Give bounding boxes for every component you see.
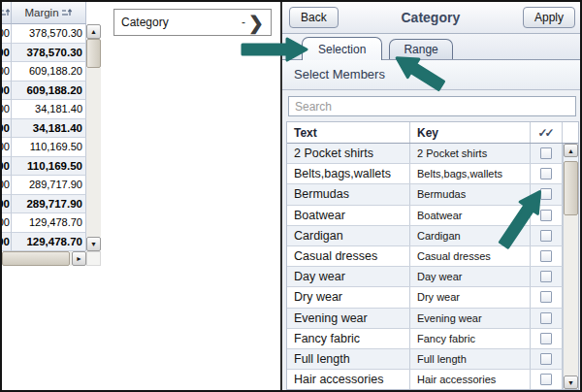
member-row[interactable]: Belts,bags,walletsBelts,bags,wallets: [287, 164, 578, 184]
table-row-subtotal: 00378,570.30: [2, 44, 86, 63]
apply-button[interactable]: Apply: [523, 7, 575, 28]
search-input[interactable]: [288, 96, 576, 116]
annotation-arrow-selection-tab: [241, 37, 308, 62]
member-checkbox[interactable]: [540, 168, 552, 180]
member-row[interactable]: 2 Pocket shirts2 Pocket shirts: [287, 144, 578, 164]
table-row: 00129,478.70: [2, 213, 86, 233]
select-all-icon[interactable]: ✓✓: [537, 126, 554, 140]
member-text: Dry wear: [287, 287, 410, 307]
member-text: Evening wear: [287, 309, 410, 328]
member-text: Day wear: [287, 267, 410, 286]
chip-label: Category: [121, 16, 169, 29]
margin-cell: 609,188.20: [12, 82, 86, 101]
margin-data-table: Margin 00378,570.30 00378,570.30 00609,1…: [2, 2, 86, 251]
key-column-header: Key: [410, 122, 531, 143]
clipped-cell: 00: [2, 195, 12, 214]
member-checkbox[interactable]: [540, 271, 552, 282]
member-row[interactable]: Day wearDay wear: [287, 267, 578, 287]
member-text: Belts,bags,wallets: [287, 164, 410, 183]
dash-icon: -: [242, 16, 245, 29]
scrollbar-track[interactable]: [564, 215, 578, 376]
scroll-right-icon[interactable]: ►: [72, 251, 86, 266]
table-row: 00110,169.50: [2, 138, 86, 157]
margin-cell: 289,717.90: [12, 195, 86, 214]
clipped-cell: 00: [2, 176, 12, 195]
table-row: 00609,188.20: [2, 62, 86, 82]
checkbox-cell: [531, 226, 563, 245]
member-checkbox[interactable]: [540, 230, 552, 242]
member-checkbox[interactable]: [540, 374, 552, 385]
checkbox-cell: [531, 370, 563, 389]
tab-selection[interactable]: Selection: [302, 37, 382, 60]
horizontal-scrollbar[interactable]: ►: [2, 251, 86, 266]
scroll-down-icon[interactable]: ▼: [564, 376, 578, 389]
checkbox-cell: [531, 164, 563, 183]
screenshot-root: Margin 00378,570.30 00378,570.30 00609,1…: [0, 0, 582, 392]
clipped-cell: 00: [2, 213, 12, 233]
margin-cell: 378,570.30: [12, 44, 86, 63]
member-checkbox[interactable]: [540, 250, 552, 262]
clipped-cell: 00: [2, 138, 12, 157]
scrollbar-thumb[interactable]: [2, 251, 70, 266]
scrollbar-track[interactable]: [86, 68, 101, 237]
member-row[interactable]: Evening wearEvening wear: [287, 309, 578, 329]
vertical-scrollbar[interactable]: ▲ ▼: [86, 24, 101, 251]
member-checkbox[interactable]: [540, 210, 552, 221]
margin-column-header[interactable]: Margin: [12, 2, 86, 24]
category-filter-chip[interactable]: Category - ❯: [113, 9, 272, 36]
chevron-right-icon[interactable]: ❯: [248, 14, 264, 32]
sort-icon: [62, 8, 73, 17]
scroll-down-icon[interactable]: ▼: [86, 237, 101, 251]
margin-cell: 289,717.90: [12, 176, 86, 195]
member-row[interactable]: Full lengthFull length: [287, 349, 578, 370]
member-key: Hair accessories: [410, 370, 531, 389]
sort-icon: [2, 8, 11, 17]
margin-cell: 34,181.40: [12, 100, 86, 119]
member-checkbox[interactable]: [540, 312, 552, 324]
clipped-cell: 00: [2, 44, 12, 63]
member-checkbox[interactable]: [540, 333, 552, 344]
member-key: Fancy fabric: [410, 329, 531, 348]
table-row-subtotal: 00110,169.50: [2, 157, 86, 177]
member-row[interactable]: CardiganCardigan: [287, 226, 578, 246]
checkbox-cell: [531, 349, 563, 369]
member-text: Fancy fabric: [287, 329, 410, 348]
panel-title: Category: [339, 10, 523, 25]
members-header-row: Text Key ✓✓: [287, 122, 578, 144]
members-vertical-scrollbar[interactable]: ▲ ▼: [563, 144, 578, 389]
member-row[interactable]: Hair accessoriesHair accessories: [287, 370, 578, 390]
table-row: 0034,181.40: [2, 100, 86, 119]
member-text: Full length: [287, 349, 410, 369]
table-row-subtotal: 0034,181.40: [2, 119, 86, 139]
margin-cell: 378,570.30: [12, 24, 86, 44]
text-column-header: Text: [287, 122, 410, 143]
member-key: Belts,bags,wallets: [410, 164, 531, 183]
member-key: Bermudas: [410, 184, 531, 204]
margin-cell: 609,188.20: [12, 62, 86, 82]
member-checkbox[interactable]: [540, 291, 552, 303]
table-header-row: Margin: [2, 2, 86, 24]
check-column-header[interactable]: ✓✓: [531, 122, 563, 143]
scroll-up-icon[interactable]: ▲: [86, 24, 101, 39]
margin-cell: 110,169.50: [12, 157, 86, 177]
member-row[interactable]: Dry wearDry wear: [287, 287, 578, 308]
member-checkbox[interactable]: [540, 147, 552, 159]
back-button[interactable]: Back: [289, 7, 339, 28]
clipped-column-header: [2, 2, 12, 24]
scroll-up-icon[interactable]: ▲: [564, 144, 578, 157]
margin-header-label: Margin: [24, 7, 58, 18]
member-row[interactable]: Casual dressesCasual dresses: [287, 246, 578, 267]
checkbox-cell: [531, 144, 563, 163]
member-key: 2 Pocket shirts: [410, 144, 531, 163]
scrollbar-thumb[interactable]: [86, 39, 101, 68]
scrollbar-corner: [86, 251, 101, 266]
member-key: Evening wear: [410, 309, 531, 328]
checkbox-cell: [531, 329, 563, 348]
clipped-cell: 00: [2, 82, 12, 101]
scrollbar-thumb[interactable]: [564, 161, 578, 215]
member-row[interactable]: Fancy fabricFancy fabric: [287, 329, 578, 349]
member-checkbox[interactable]: [540, 353, 552, 365]
table-row-subtotal: 00129,478.70: [2, 233, 86, 252]
table-row-subtotal: 00609,188.20: [2, 82, 86, 101]
clipped-cell: 00: [2, 157, 12, 177]
